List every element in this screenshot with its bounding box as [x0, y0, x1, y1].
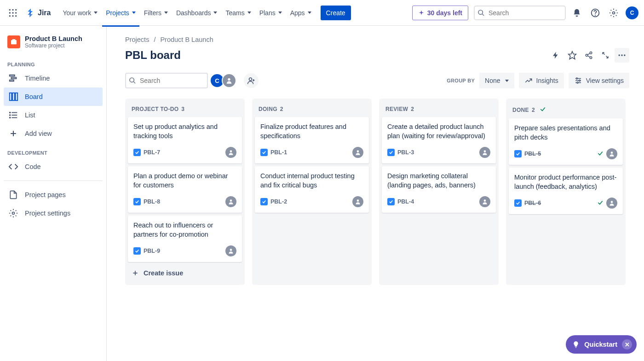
- task-type-icon: [260, 149, 268, 156]
- card-key: PBL-7: [144, 149, 160, 156]
- issue-card[interactable]: Set up product analytics and tracking to…: [128, 117, 242, 163]
- group-by-dropdown[interactable]: None: [479, 73, 514, 88]
- breadcrumb-root[interactable]: Projects: [125, 36, 149, 43]
- nav-item-dashboards[interactable]: Dashboards: [172, 6, 221, 20]
- issue-card[interactable]: Design marketing collateral (landing pag…: [382, 166, 496, 213]
- task-type-icon: [514, 199, 522, 207]
- share-icon[interactable]: [581, 48, 596, 63]
- assignee-avatar[interactable]: [479, 196, 490, 207]
- board-search-input[interactable]: [125, 73, 208, 88]
- svg-point-1: [12, 9, 13, 10]
- issue-card[interactable]: Prepare sales presentations and pitch de…: [509, 118, 623, 165]
- svg-point-54: [230, 249, 232, 251]
- star-icon[interactable]: [565, 48, 580, 63]
- user-avatar[interactable]: C: [626, 6, 638, 19]
- chevron-down-icon: [132, 12, 136, 14]
- lightbulb-icon: [572, 341, 580, 348]
- settings-icon[interactable]: [606, 6, 621, 20]
- svg-point-39: [624, 54, 625, 56]
- app-switcher-icon[interactable]: [6, 6, 20, 20]
- more-icon[interactable]: [615, 48, 629, 63]
- assignee-avatar[interactable]: [352, 196, 363, 207]
- nav-item-filters[interactable]: Filters: [140, 6, 172, 20]
- card-footer: PBL-4: [387, 196, 490, 207]
- view-settings-button[interactable]: View settings: [569, 73, 629, 88]
- add-people-button[interactable]: [244, 73, 259, 88]
- card-footer: PBL-7: [133, 147, 236, 158]
- automation-icon[interactable]: [548, 48, 563, 63]
- assignee-avatar[interactable]: [606, 198, 617, 209]
- assignee-avatar[interactable]: [352, 147, 363, 158]
- nav-item-label: Projects: [106, 9, 129, 17]
- issue-card[interactable]: Plan a product demo or webinar for custo…: [128, 166, 242, 213]
- close-icon[interactable]: ✕: [622, 339, 632, 349]
- chevron-down-icon: [505, 80, 509, 82]
- board-search: [125, 73, 208, 88]
- nav-item-plans[interactable]: Plans: [256, 6, 286, 20]
- plus-icon: [132, 269, 139, 277]
- assignee-avatar[interactable]: [225, 147, 236, 158]
- issue-card[interactable]: Monitor product performance post-launch …: [509, 168, 623, 214]
- svg-point-33: [586, 54, 588, 57]
- sidebar-divider: [4, 180, 103, 181]
- assignee-avatar[interactable]: [479, 147, 490, 158]
- assignee-avatar[interactable]: [225, 196, 236, 207]
- sidebar-item-board[interactable]: Board: [4, 87, 103, 106]
- task-type-icon: [133, 198, 141, 205]
- column-name: REVIEW: [385, 106, 408, 112]
- column-header[interactable]: PROJECT TO-DO3: [128, 102, 242, 117]
- svg-rect-17: [11, 77, 16, 79]
- sidebar-item-project-pages[interactable]: Project pages: [4, 186, 103, 204]
- sidebar-item-project-settings[interactable]: Project settings: [4, 204, 103, 222]
- issue-card[interactable]: Reach out to influencers or partners for…: [128, 215, 242, 262]
- create-issue-button[interactable]: Create issue: [128, 265, 242, 281]
- card-footer: PBL-1: [260, 147, 363, 158]
- sidebar-item-list[interactable]: List: [4, 106, 103, 124]
- insights-button[interactable]: Insights: [519, 73, 564, 88]
- nav-item-projects[interactable]: Projects: [102, 6, 139, 20]
- help-icon[interactable]: [588, 6, 603, 20]
- task-type-icon: [387, 198, 395, 205]
- column-header[interactable]: DONE2: [509, 102, 623, 118]
- svg-point-9: [478, 10, 483, 14]
- trial-label: 30 days left: [427, 9, 462, 17]
- project-header[interactable]: Product B Launch Software project: [4, 35, 103, 54]
- card-footer: PBL-9: [133, 245, 236, 256]
- nav-item-your-work[interactable]: Your work: [59, 6, 101, 20]
- create-button[interactable]: Create: [321, 6, 351, 20]
- breadcrumb-project[interactable]: Product B Launch: [160, 36, 213, 43]
- task-type-icon: [133, 247, 141, 255]
- column-header[interactable]: DOING2: [255, 102, 369, 117]
- global-search-input[interactable]: [474, 6, 566, 20]
- issue-card[interactable]: Create a detailed product launch plan (w…: [382, 117, 496, 163]
- issue-card[interactable]: Conduct internal product testing and fix…: [255, 166, 369, 213]
- quickstart-label: Quickstart: [584, 341, 617, 348]
- sidebar-item-code[interactable]: Code: [4, 157, 103, 176]
- svg-point-13: [613, 12, 615, 14]
- column-name: DONE: [512, 107, 529, 113]
- svg-point-8: [15, 15, 17, 17]
- sidebar-item-timeline[interactable]: Timeline: [4, 69, 103, 87]
- sidebar-section-planning: PLANNING: [4, 54, 103, 69]
- column-count: 2: [280, 106, 283, 112]
- column-header[interactable]: REVIEW2: [382, 102, 496, 117]
- insights-icon: [524, 76, 533, 85]
- assignee-avatar[interactable]: [606, 148, 617, 159]
- assignee-avatar[interactable]: [225, 245, 236, 256]
- nav-item-apps[interactable]: Apps: [287, 6, 315, 20]
- unassigned-avatar[interactable]: [222, 73, 236, 88]
- jira-logo[interactable]: Jira: [22, 6, 54, 20]
- card-key: PBL-9: [144, 248, 160, 254]
- fullscreen-icon[interactable]: [598, 48, 613, 63]
- nav-item-teams[interactable]: Teams: [222, 6, 254, 20]
- svg-rect-18: [10, 80, 14, 82]
- sidebar-item-add-view[interactable]: Add view: [4, 124, 103, 143]
- card-title: Plan a product demo or webinar for custo…: [133, 172, 236, 190]
- card-title: Finalize product features and specificat…: [260, 122, 363, 140]
- trial-button[interactable]: 30 days left: [412, 6, 468, 20]
- quickstart-button[interactable]: Quickstart ✕: [566, 335, 637, 354]
- issue-card[interactable]: Finalize product features and specificat…: [255, 117, 369, 163]
- notifications-icon[interactable]: [569, 6, 584, 20]
- svg-point-38: [621, 54, 622, 56]
- svg-point-5: [15, 12, 17, 13]
